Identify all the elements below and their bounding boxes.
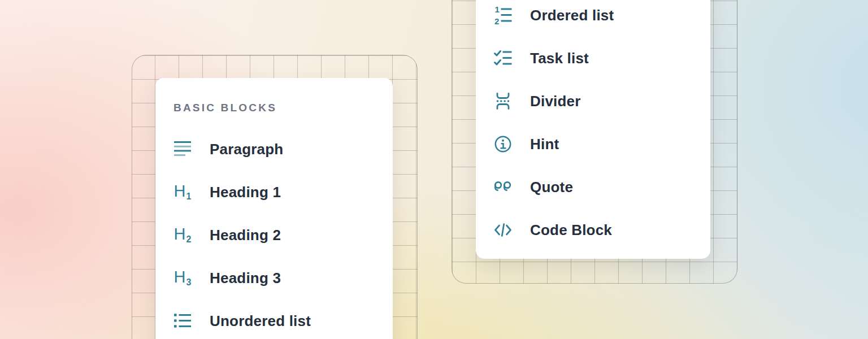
divider-icon — [493, 92, 513, 111]
code-block-icon — [493, 220, 513, 240]
menu-item-label: Code Block — [530, 221, 612, 239]
block-menu-illustration: BASIC BLOCKS ParagraphH1Heading 1H2Headi… — [0, 0, 868, 339]
menu-item-label: Ordered list — [530, 7, 614, 24]
menu-item-label: Heading 3 — [210, 270, 281, 287]
quote-icon — [493, 177, 513, 197]
paragraph-icon — [173, 140, 192, 159]
heading-3-icon: H3 — [173, 268, 192, 288]
menu-item-quote[interactable]: Quote — [476, 166, 710, 208]
svg-text:1: 1 — [495, 6, 500, 14]
menu-item-task-list[interactable]: Task list — [476, 37, 710, 80]
basic-blocks-section-header: BASIC BLOCKS — [173, 102, 393, 114]
menu-item-paragraph[interactable]: Paragraph — [155, 128, 393, 171]
menu-item-unordered-list[interactable]: Unordered list — [155, 299, 393, 339]
heading-1-icon: H1 — [173, 182, 192, 202]
hint-icon — [493, 134, 513, 154]
unordered-list-icon — [173, 311, 192, 331]
menu-item-heading-3[interactable]: H3Heading 3 — [155, 257, 393, 299]
more-blocks-item-list: 12Ordered listTask listDividerHintQuoteC… — [476, 0, 710, 251]
menu-item-label: Task list — [530, 50, 589, 67]
more-blocks-menu-card: 12Ordered listTask listDividerHintQuoteC… — [476, 0, 710, 259]
menu-item-label: Hint — [530, 136, 559, 153]
menu-item-label: Heading 2 — [210, 227, 281, 244]
task-list-icon — [493, 49, 513, 68]
menu-item-divider[interactable]: Divider — [476, 80, 710, 123]
menu-item-heading-2[interactable]: H2Heading 2 — [155, 214, 393, 257]
menu-item-hint[interactable]: Hint — [476, 123, 710, 166]
menu-item-ordered-list[interactable]: 12Ordered list — [476, 0, 710, 37]
svg-text:2: 2 — [494, 16, 499, 25]
menu-item-heading-1[interactable]: H1Heading 1 — [155, 171, 393, 214]
ordered-list-icon: 12 — [493, 6, 513, 25]
heading-2-icon: H2 — [173, 225, 192, 245]
menu-item-label: Unordered list — [210, 312, 311, 330]
basic-blocks-item-list: ParagraphH1Heading 1H2Heading 2H3Heading… — [155, 128, 393, 339]
menu-item-code-block[interactable]: Code Block — [476, 208, 710, 251]
menu-item-label: Heading 1 — [210, 184, 281, 201]
menu-item-label: Divider — [530, 93, 581, 110]
menu-item-label: Paragraph — [210, 141, 283, 158]
menu-item-label: Quote — [530, 179, 573, 196]
basic-blocks-menu-card: BASIC BLOCKS ParagraphH1Heading 1H2Headi… — [155, 78, 393, 339]
